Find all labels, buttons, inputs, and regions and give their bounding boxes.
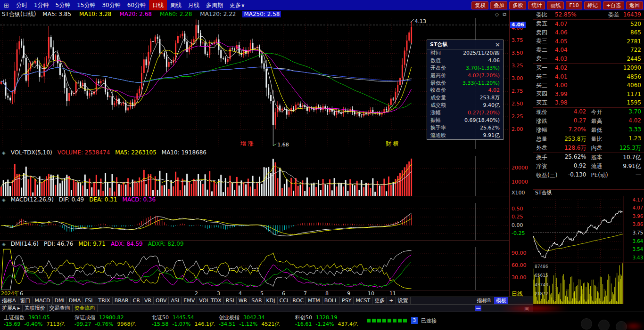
indicator-tab-窗口[interactable]: 窗口 xyxy=(18,297,33,304)
collapse-diamond-icon[interactable]: ◈ xyxy=(2,197,6,202)
indicator-tab-VOL-TDX[interactable]: VOL-TDX xyxy=(197,297,224,304)
indicator-label: VOL-TDX(5,10) xyxy=(11,149,52,156)
indicator-tab-+[interactable]: + xyxy=(387,297,396,304)
top-menu-bar: ⊞ 分时1分钟5分钟15分钟30分钟60分钟日线周线月线多周期更多∨ 复权叠加多… xyxy=(0,0,644,10)
extend-tab-交易查询[interactable]: 交易查询 xyxy=(48,305,73,312)
close-icon[interactable]: × xyxy=(495,40,500,49)
diamond-icon[interactable]: ◇ xyxy=(495,11,499,17)
bid-row-2[interactable]: 买二4.014856 xyxy=(533,72,644,81)
connection-count: 3 xyxy=(411,317,418,324)
timeframe-1分钟[interactable]: 1分钟 xyxy=(31,0,52,10)
connection-block xyxy=(393,319,396,322)
indicator-tab-CR[interactable]: CR xyxy=(131,297,142,304)
timeframe-5分钟[interactable]: 5分钟 xyxy=(52,0,74,10)
timeframe-月线[interactable]: 月线 xyxy=(185,0,203,10)
tool-统计[interactable]: 统计 xyxy=(528,1,545,9)
bid-row-5[interactable]: 买五3.981595 xyxy=(533,98,644,107)
indicator-tab-模板[interactable]: 模板 xyxy=(494,297,508,304)
scale-label: 0.50 xyxy=(512,206,523,212)
bid-row-3[interactable]: 买三4.004060 xyxy=(533,81,644,90)
tool-多股[interactable]: 多股 xyxy=(509,1,526,9)
extend-tab-资金流向[interactable]: 资金流向 xyxy=(73,305,98,312)
minimize-button[interactable]: — xyxy=(475,306,481,311)
indicator-tab-ROC[interactable]: ROC xyxy=(290,297,306,304)
indicator-label: MDI: 9.71 xyxy=(78,241,106,247)
extend-tab-扩展A[interactable]: 扩展A ▸ xyxy=(0,305,23,312)
watermark-circle xyxy=(598,320,610,330)
tool-叠加[interactable]: 叠加 xyxy=(490,1,507,9)
index-北证50[interactable]: 北证501445.54-15.58-1.07%146.1亿 xyxy=(152,314,219,330)
tool-F10[interactable]: F10 xyxy=(566,1,582,9)
index-上证指数[interactable]: 上证指数3931.05-15.69-0.40%7113亿 xyxy=(4,314,74,330)
dmi-chart[interactable] xyxy=(0,247,509,290)
indicator-tab-WR[interactable]: WR xyxy=(237,297,250,304)
indicator-tab-PSY[interactable]: PSY xyxy=(340,297,354,304)
collapse-diamond-icon[interactable]: ◈ xyxy=(2,241,6,247)
indicator-tab-更多[interactable]: 更多 xyxy=(372,297,387,304)
indicator-tab-CCI[interactable]: CCI xyxy=(278,297,291,304)
tooltip-row-数值: 数值4.06 xyxy=(427,57,503,64)
ma-label: MA5: 3.85 xyxy=(41,11,73,17)
ask-row-4[interactable]: 卖四4.06865 xyxy=(533,28,644,37)
collapse-diamond-icon[interactable]: ◈ xyxy=(2,150,6,155)
timeframe-60分钟[interactable]: 60分钟 xyxy=(124,0,149,10)
indicator-tab-EMV[interactable]: EMV xyxy=(182,297,197,304)
bid-row-4[interactable]: 买四3.991171 xyxy=(533,90,644,99)
index-深证成指[interactable]: 深证成指12980.82-99.27-0.76%9968亿 xyxy=(74,314,152,330)
indicator-tab-MCST[interactable]: MCST xyxy=(354,297,372,304)
connection-block xyxy=(377,319,381,322)
timeframe-更多∨[interactable]: 更多∨ xyxy=(226,0,248,10)
indicator-tab-BOLL[interactable]: BOLL xyxy=(322,297,340,304)
app-menu-icon[interactable]: ⊞ xyxy=(0,2,13,9)
stat-row-5: 换手25.62%股本10.7亿 xyxy=(533,153,644,162)
weibi-row: 委比52.85%委差16439 xyxy=(533,10,644,19)
timeframe-多周期[interactable]: 多周期 xyxy=(203,0,226,10)
indicator-tab-FSL[interactable]: FSL xyxy=(83,297,96,304)
tooltip-row-流通股: 流通股9.91亿 xyxy=(427,132,503,139)
ma-label: MA60: 2.28 xyxy=(158,11,193,17)
popout-icon[interactable]: ⧉ xyxy=(503,11,506,17)
indicator-tab-设置[interactable]: 设置 xyxy=(396,297,411,304)
indicator-tab-KDJ[interactable]: KDJ xyxy=(264,297,278,304)
timeframe-日线[interactable]: 日线 xyxy=(149,0,167,10)
ask-row-1[interactable]: 卖一4.032445 xyxy=(533,55,644,64)
bid-row-1[interactable]: 买一4.0212090 xyxy=(533,64,644,72)
indicator-tab-DMI[interactable]: DMI xyxy=(53,297,67,304)
timeframe-分时[interactable]: 分时 xyxy=(13,0,31,10)
tool-返回[interactable]: 返回 xyxy=(626,1,643,9)
indicator-tab-TRIX[interactable]: TRIX xyxy=(96,297,112,304)
indicator-tab-指标A[interactable]: 指标A xyxy=(0,297,18,304)
stat-row-3: 总量253.8万量比1.23 xyxy=(533,135,644,144)
intraday-mini-chart[interactable]: 4.174.073.963.863.753.643.543.4387486656… xyxy=(533,196,644,304)
ask-row-5[interactable]: 卖五4.07520 xyxy=(533,20,644,29)
index-创业板指[interactable]: 创业板指3042.34-34.51-1.12%4521亿 xyxy=(219,314,295,330)
indicator-tab-指标B[interactable]: 指标B xyxy=(475,297,493,304)
indicator-tab-MACD[interactable]: MACD xyxy=(33,297,53,304)
indicator-tab-MTM[interactable]: MTM xyxy=(306,297,322,304)
tool-画线[interactable]: 画线 xyxy=(547,1,564,9)
volume-chart[interactable] xyxy=(0,156,509,196)
indicator-tab-OBV[interactable]: OBV xyxy=(154,297,169,304)
indicator-tab-ASI[interactable]: ASI xyxy=(169,297,182,304)
extend-tab-关联报价[interactable]: 关联报价 xyxy=(23,305,48,312)
scale-label: 90.00 xyxy=(512,250,527,256)
date-label: 6 xyxy=(282,290,285,297)
timeframe-15分钟[interactable]: 15分钟 xyxy=(74,0,99,10)
timeframe-30分钟[interactable]: 30分钟 xyxy=(99,0,124,10)
indicator-tab-RSI[interactable]: RSI xyxy=(224,297,237,304)
scale-label: 3.25 xyxy=(512,63,523,69)
indicator-tab-DMA[interactable]: DMA xyxy=(67,297,83,304)
index-科创50[interactable]: 科创501328.19-16.61-1.24%437.4亿 xyxy=(295,314,362,330)
ask-row-2[interactable]: 卖二4.04722 xyxy=(533,46,644,55)
indicator-tab-SAR[interactable]: SAR xyxy=(249,297,264,304)
timeframe-周线[interactable]: 周线 xyxy=(167,0,185,10)
tool-+自选[interactable]: +自选 xyxy=(603,1,624,9)
indicator-label: DIF: 0.49 xyxy=(59,196,84,203)
tool-标记[interactable]: 标记 xyxy=(584,1,601,9)
indicator-tab-BRAR[interactable]: BRAR xyxy=(113,297,131,304)
macd-chart[interactable] xyxy=(0,203,509,240)
indicator-tab-VR[interactable]: VR xyxy=(142,297,154,304)
ask-row-3[interactable]: 卖三4.052781 xyxy=(533,37,644,46)
tool-复权[interactable]: 复权 xyxy=(471,1,488,9)
dmi-panel-header: ◈DMI(14,6)PDI: 46.76MDI: 9.71ADX: 84.59A… xyxy=(0,240,509,247)
